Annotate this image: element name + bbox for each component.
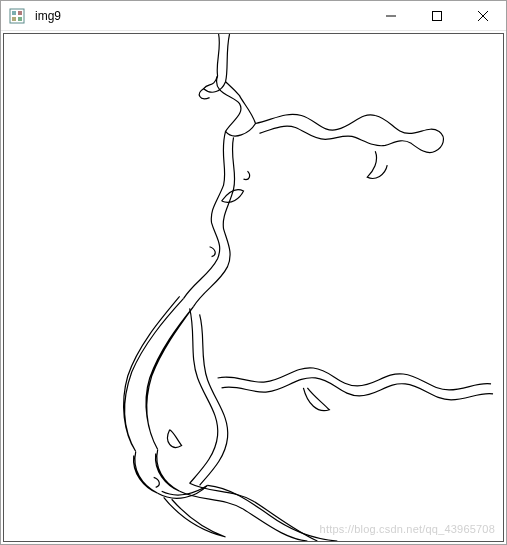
application-window: img9 — [0, 0, 507, 545]
svg-rect-3 — [12, 17, 16, 21]
close-icon — [478, 11, 488, 21]
svg-rect-2 — [18, 11, 22, 15]
edge-image — [4, 34, 503, 541]
close-button[interactable] — [460, 1, 506, 30]
maximize-icon — [432, 11, 442, 21]
svg-rect-6 — [433, 11, 442, 20]
window-title: img9 — [33, 9, 368, 23]
svg-rect-1 — [12, 11, 16, 15]
titlebar: img9 — [1, 1, 506, 31]
minimize-button[interactable] — [368, 1, 414, 30]
svg-rect-4 — [18, 17, 22, 21]
app-icon — [9, 8, 25, 24]
maximize-button[interactable] — [414, 1, 460, 30]
window-controls — [368, 1, 506, 30]
minimize-icon — [386, 11, 396, 21]
image-viewport: https://blog.csdn.net/qq_43965708 — [3, 33, 504, 542]
svg-rect-9 — [4, 34, 503, 541]
